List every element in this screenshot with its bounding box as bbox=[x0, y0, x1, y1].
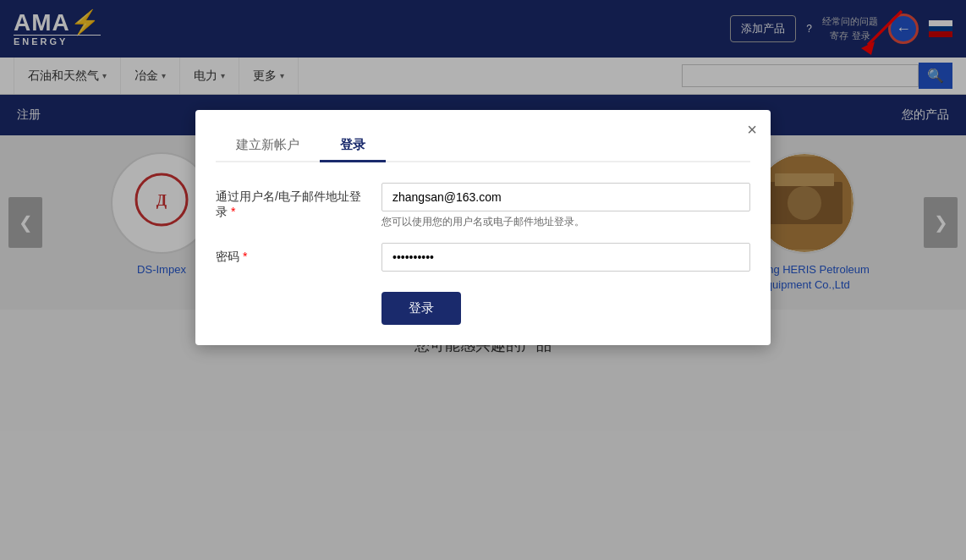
password-label: 密码 * bbox=[216, 250, 368, 265]
username-input-col: 您可以使用您的用户名或电子邮件地址登录。 bbox=[381, 183, 750, 229]
username-label: 通过用户名/电子邮件地址登录 * bbox=[216, 183, 368, 220]
username-input[interactable] bbox=[381, 183, 750, 211]
required-marker-password: * bbox=[243, 250, 247, 263]
login-button[interactable]: 登录 bbox=[381, 292, 461, 325]
tab-login[interactable]: 登录 bbox=[320, 130, 386, 162]
login-modal: × 建立新帐户 登录 通过用户名/电子邮件地址登录 * 您可以使用您的用户名或电… bbox=[195, 110, 771, 345]
tab-register[interactable]: 建立新帐户 bbox=[216, 130, 320, 162]
modal-close-button[interactable]: × bbox=[747, 120, 757, 140]
password-form-row: 密码 * bbox=[216, 243, 750, 272]
modal-tabs: 建立新帐户 登录 bbox=[216, 130, 750, 162]
username-hint: 您可以使用您的用户名或电子邮件地址登录。 bbox=[381, 215, 750, 229]
username-form-row: 通过用户名/电子邮件地址登录 * 您可以使用您的用户名或电子邮件地址登录。 bbox=[216, 183, 750, 229]
required-marker: * bbox=[231, 205, 235, 218]
password-input[interactable] bbox=[381, 243, 750, 272]
modal-overlay: × 建立新帐户 登录 通过用户名/电子邮件地址登录 * 您可以使用您的用户名或电… bbox=[0, 0, 966, 381]
